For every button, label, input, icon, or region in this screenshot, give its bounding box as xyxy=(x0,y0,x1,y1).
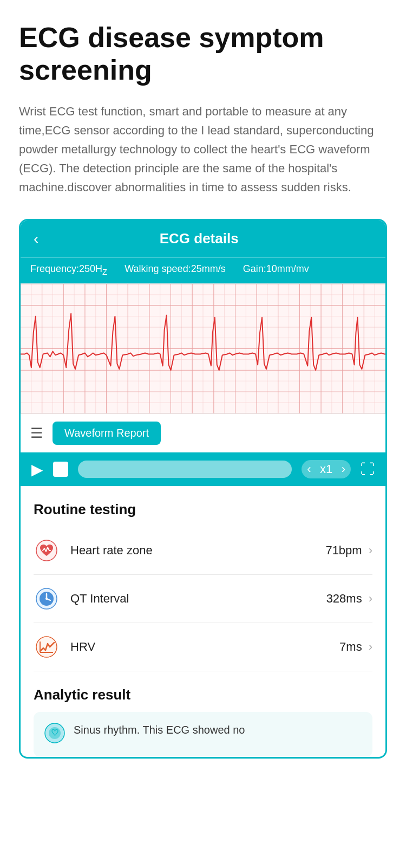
page-description: Wrist ECG test function, smart and porta… xyxy=(19,102,387,197)
walking-speed-label: Walking speed:25mm/s xyxy=(125,263,225,275)
heart-rate-value: 71bpm xyxy=(325,543,362,558)
ecg-meta-bar: Frequency:250HZ Walking speed:25mm/s Gai… xyxy=(21,257,385,284)
hrv-icon xyxy=(34,634,60,660)
playback-bar: ▶ ‹ x1 › ⛶ xyxy=(21,452,385,486)
analytic-result-text: Sinus rhythm. This ECG showed no xyxy=(74,722,245,738)
qt-interval-label: QT Interval xyxy=(70,592,326,606)
routine-testing-section: Routine testing Heart rate zone 71bpm › xyxy=(21,486,385,671)
gain-label: Gain:10mm/mv xyxy=(243,263,309,275)
svg-point-75 xyxy=(45,598,48,600)
play-button[interactable]: ▶ xyxy=(31,461,43,478)
frequency-label: Frequency:250HZ xyxy=(30,263,107,276)
waveform-controls-row: ☰ Waveform Report xyxy=(21,413,385,452)
hrv-chevron[interactable]: › xyxy=(369,640,372,654)
routine-testing-title: Routine testing xyxy=(34,501,372,518)
progress-bar[interactable] xyxy=(78,461,292,478)
speed-label: x1 xyxy=(317,462,336,476)
ecg-grid-svg xyxy=(21,284,385,413)
page-title: ECG disease symptom screening xyxy=(19,22,387,87)
waveform-report-button[interactable]: Waveform Report xyxy=(53,422,161,445)
heart-rate-row[interactable]: Heart rate zone 71bpm › xyxy=(34,527,372,575)
analytic-result-section: Analytic result ♡ Sinus rhythm. This ECG… xyxy=(21,671,385,757)
ecg-waveform-display xyxy=(21,283,385,413)
ecg-card: ‹ ECG details Frequency:250HZ Walking sp… xyxy=(19,219,387,759)
speed-increase-button[interactable]: › xyxy=(342,462,345,476)
ecg-card-title: ECG details xyxy=(47,230,351,247)
ecg-card-header: ‹ ECG details xyxy=(21,221,385,257)
page-container: ECG disease symptom screening Wrist ECG … xyxy=(0,0,406,759)
analytic-result-card: ♡ Sinus rhythm. This ECG showed no xyxy=(34,712,372,757)
analytic-icon: ♡ xyxy=(44,723,65,747)
hrv-label: HRV xyxy=(70,640,339,654)
qt-interval-chevron[interactable]: › xyxy=(369,592,372,606)
qt-interval-value: 328ms xyxy=(326,592,362,606)
speed-control: ‹ x1 › xyxy=(302,460,351,478)
qt-interval-icon xyxy=(34,586,60,612)
analytic-result-title: Analytic result xyxy=(34,686,372,703)
heart-rate-chevron[interactable]: › xyxy=(369,543,372,558)
speed-decrease-button[interactable]: ‹ xyxy=(307,462,311,476)
heart-rate-icon xyxy=(34,537,60,563)
heart-rate-label: Heart rate zone xyxy=(70,543,325,558)
svg-text:♡: ♡ xyxy=(51,728,58,737)
hrv-row[interactable]: HRV 7ms › xyxy=(34,623,372,671)
stop-button[interactable] xyxy=(53,462,68,477)
qt-interval-row[interactable]: QT Interval 328ms › xyxy=(34,575,372,623)
fullscreen-button[interactable]: ⛶ xyxy=(361,461,375,478)
back-button[interactable]: ‹ xyxy=(34,230,38,248)
hrv-value: 7ms xyxy=(339,640,362,654)
report-list-icon: ☰ xyxy=(30,425,43,442)
